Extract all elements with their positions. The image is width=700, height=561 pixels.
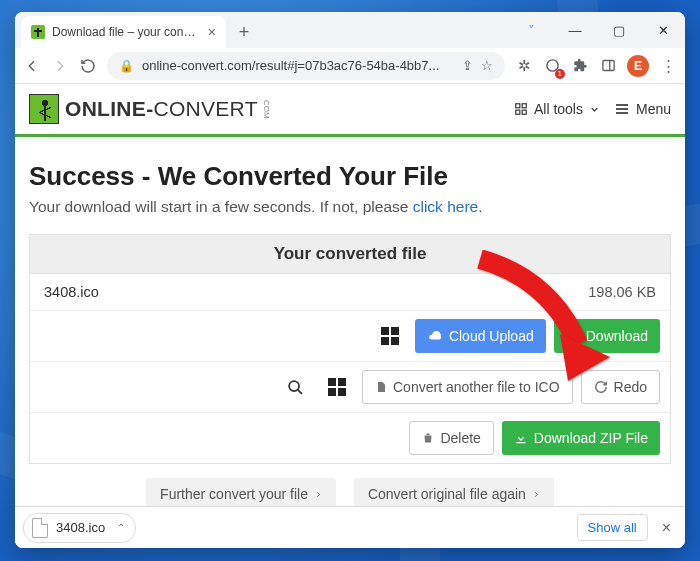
file-row: 3408.ico 198.06 KB xyxy=(30,274,670,311)
download-icon xyxy=(514,431,528,445)
site-header: ONLINE-CONVERT COM All tools Menu xyxy=(15,84,685,132)
page-heading: Success - We Converted Your File xyxy=(29,161,671,192)
download-chip[interactable]: 3408.ico ⌃ xyxy=(23,513,136,543)
search-icon[interactable] xyxy=(278,370,312,404)
star-icon[interactable]: ☆ xyxy=(481,58,493,73)
download-zip-button[interactable]: Download ZIP File xyxy=(502,421,660,455)
all-tools-menu[interactable]: All tools xyxy=(514,101,600,117)
menu-label: Menu xyxy=(636,101,671,117)
tab-close-icon[interactable]: × xyxy=(208,24,216,40)
download-button[interactable]: Download xyxy=(554,319,660,353)
forward-button[interactable] xyxy=(51,57,69,75)
page-content: ONLINE-CONVERT COM All tools Menu xyxy=(15,84,685,548)
site-logo[interactable]: ONLINE-CONVERT COM xyxy=(29,94,271,124)
chevron-right-icon xyxy=(532,489,540,500)
chevron-down-icon xyxy=(589,104,600,115)
qr-code-button-2[interactable] xyxy=(320,370,354,404)
hamburger-icon xyxy=(614,101,630,117)
chrome-menu-icon[interactable]: ⋮ xyxy=(659,57,677,75)
secondary-action-row: Convert another file to ICO Redo xyxy=(30,362,670,413)
lock-icon: 🔒 xyxy=(119,59,134,73)
extensions-puzzle-icon[interactable] xyxy=(571,57,589,75)
cloud-upload-button[interactable]: Cloud Upload xyxy=(415,319,546,353)
profile-avatar[interactable]: E xyxy=(627,55,649,77)
file-size: 198.06 KB xyxy=(588,284,656,300)
logo-tld: COM xyxy=(262,100,271,119)
file-icon xyxy=(32,518,48,538)
svg-rect-5 xyxy=(516,110,520,114)
new-tab-button[interactable]: + xyxy=(230,18,258,46)
back-button[interactable] xyxy=(23,57,41,75)
qr-code-button[interactable] xyxy=(373,319,407,353)
svg-rect-10 xyxy=(568,340,577,341)
settings-gear-icon[interactable]: ✲ xyxy=(515,57,533,75)
redo-button[interactable]: Redo xyxy=(581,370,660,404)
download-icon xyxy=(566,329,580,343)
side-panel-icon[interactable] xyxy=(599,57,617,75)
url-field[interactable]: 🔒 online-convert.com/result#j=07b3ac76-5… xyxy=(107,52,505,80)
grid-icon xyxy=(514,102,528,116)
svg-line-12 xyxy=(297,389,301,393)
all-tools-label: All tools xyxy=(534,101,583,117)
primary-action-row: Cloud Upload Download xyxy=(30,311,670,362)
favicon-icon xyxy=(31,25,45,39)
extension-notif-icon[interactable] xyxy=(543,57,561,75)
svg-rect-13 xyxy=(516,442,525,443)
chevron-up-icon[interactable]: ⌃ xyxy=(117,522,125,533)
site-nav: All tools Menu xyxy=(514,101,671,117)
address-bar: 🔒 online-convert.com/result#j=07b3ac76-5… xyxy=(15,48,685,84)
share-icon[interactable]: ⇪ xyxy=(462,58,473,73)
click-here-link[interactable]: click here xyxy=(413,198,478,215)
download-shelf: 3408.ico ⌃ Show all × xyxy=(15,506,685,548)
svg-rect-4 xyxy=(522,104,526,108)
svg-point-11 xyxy=(289,381,299,391)
window-controls: ˅ — ▢ ✕ xyxy=(509,12,685,48)
svg-rect-3 xyxy=(516,104,520,108)
panel-title: Your converted file xyxy=(30,235,670,274)
chevron-right-icon xyxy=(314,489,322,500)
file-name: 3408.ico xyxy=(44,284,99,300)
reload-button[interactable] xyxy=(79,57,97,75)
titlebar: Download file – your conversion × + ˅ — … xyxy=(15,12,685,48)
window-maximize-button[interactable]: ▢ xyxy=(597,12,641,48)
logo-text-1: ONLINE- xyxy=(65,97,153,120)
convert-another-button[interactable]: Convert another file to ICO xyxy=(362,370,573,404)
download-shelf-close[interactable]: × xyxy=(656,519,677,537)
svg-rect-1 xyxy=(602,61,613,71)
tertiary-action-row: Delete Download ZIP File xyxy=(30,413,670,463)
delete-button[interactable]: Delete xyxy=(409,421,493,455)
cloud-icon xyxy=(427,329,443,343)
window-minimize-button[interactable]: — xyxy=(553,12,597,48)
svg-rect-6 xyxy=(522,110,526,114)
url-text: online-convert.com/result#j=07b3ac76-54b… xyxy=(142,58,454,73)
window-close-button[interactable]: ✕ xyxy=(641,12,685,48)
download-chip-filename: 3408.ico xyxy=(56,520,105,535)
redo-icon xyxy=(594,380,608,394)
main-menu[interactable]: Menu xyxy=(614,101,671,117)
svg-point-0 xyxy=(546,60,557,71)
window-dropdown-button[interactable]: ˅ xyxy=(509,12,553,48)
tab-title: Download file – your conversion xyxy=(52,25,201,39)
converted-file-panel: Your converted file 3408.ico 198.06 KB C… xyxy=(29,234,671,464)
bottom-links: Further convert your file Convert origin… xyxy=(29,464,671,510)
browser-tab[interactable]: Download file – your conversion × xyxy=(21,16,226,48)
logo-mark-icon xyxy=(29,94,59,124)
trash-icon xyxy=(422,431,434,445)
logo-text-2: CONVERT xyxy=(153,97,257,120)
page-subtext: Your download will start in a few second… xyxy=(29,198,671,216)
show-all-button[interactable]: Show all xyxy=(577,514,648,541)
browser-window: Download file – your conversion × + ˅ — … xyxy=(15,12,685,548)
file-icon xyxy=(375,380,387,394)
